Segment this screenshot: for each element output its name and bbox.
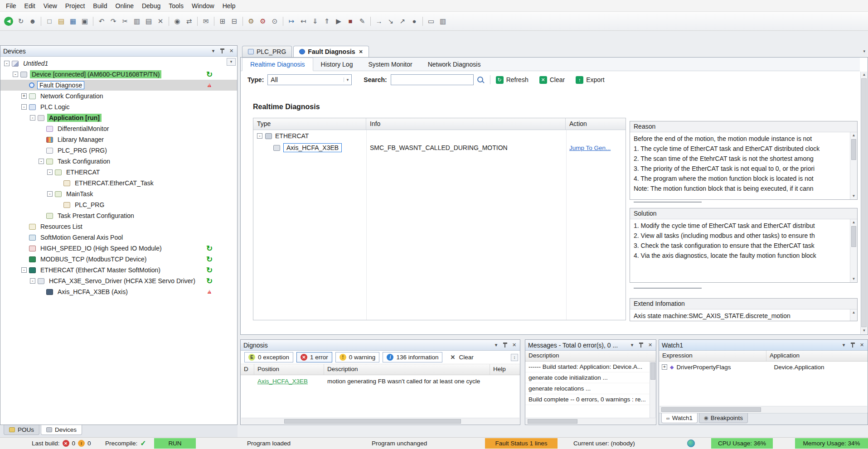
panel-dropdown-icon[interactable]: ▾ — [493, 342, 499, 348]
tab-devices[interactable]: Devices — [41, 425, 82, 435]
delete-icon[interactable]: ✕ — [155, 16, 166, 27]
tab-plc-prg[interactable]: PLC_PRG — [242, 46, 292, 57]
toolbar-separator[interactable] — [422, 17, 423, 26]
toolbar-separator[interactable] — [169, 17, 169, 26]
tree-item-hcfa-servo-driver[interactable]: - HCFA_X3E_Servo_Driver (HCFA X3E Servo … — [0, 275, 237, 286]
toolbar-separator[interactable] — [93, 17, 93, 26]
scroll-up-icon[interactable]: ▲ — [850, 219, 857, 226]
login-user-icon[interactable]: ☻ — [27, 16, 38, 27]
tree-item-axis-hcfa-x3eb[interactable]: Axis_HCFA_X3EB (Axis) — [0, 286, 237, 297]
login-plc-icon[interactable]: ↦ — [286, 16, 297, 27]
tree-item-plc-logic[interactable]: - PLC Logic — [0, 101, 237, 112]
menu-item-view[interactable]: View — [39, 1, 61, 11]
menu-item-build[interactable]: Build — [89, 1, 111, 11]
search-icon[interactable] — [477, 76, 485, 84]
toolbar-separator[interactable] — [370, 17, 371, 26]
scroll-thumb[interactable] — [851, 226, 856, 247]
open-file-icon[interactable]: ▤ — [56, 16, 67, 27]
scroll-down-icon[interactable]: ▼ — [850, 193, 857, 199]
filter-exceptions-button[interactable]: 0 exception — [244, 352, 293, 362]
scrollbar[interactable]: ▲ ▼ — [850, 219, 857, 282]
column-header-type[interactable]: Type — [253, 118, 366, 130]
print-icon[interactable]: ▣ — [79, 16, 90, 27]
sync-icon[interactable]: ↻ — [15, 16, 26, 27]
page-scrollbar[interactable]: ▲ ▼ — [860, 72, 867, 334]
table-row-ethercat-group[interactable]: - ETHERCAT — [253, 130, 626, 142]
write-values-icon[interactable]: ✎ — [357, 16, 368, 27]
panel-dropdown-icon[interactable]: ▾ — [841, 342, 847, 348]
subtab-network-diagnosis[interactable]: Network Diagnosis — [420, 58, 489, 71]
panel-splitter[interactable] — [634, 288, 702, 289]
tree-item-library-manager[interactable]: Library Manager — [0, 134, 237, 145]
menu-item-debug[interactable]: Debug — [138, 1, 165, 11]
message-row[interactable]: Build complete -- 0 errors, 0 warnings :… — [525, 394, 650, 405]
type-select[interactable]: All ▾ — [267, 74, 352, 85]
column-header-application[interactable]: Application — [766, 351, 868, 361]
column-header-description[interactable]: Description — [525, 351, 656, 361]
rebuild-icon[interactable]: ⚙ — [257, 16, 268, 27]
toolbar-separator[interactable] — [283, 17, 283, 26]
search-input[interactable] — [391, 74, 474, 85]
horizontal-scrollbar[interactable] — [526, 418, 655, 424]
column-header-description[interactable]: Description — [324, 364, 490, 375]
tree-item-maintask-plc-prg[interactable]: PLC_PRG — [0, 199, 237, 210]
subtab-history-log[interactable]: History Log — [313, 58, 361, 71]
column-header-expression[interactable]: Expression — [659, 351, 766, 361]
expander-icon[interactable]: + — [662, 364, 667, 370]
scrollbar[interactable]: ▲ ▼ — [850, 132, 857, 199]
export-button[interactable]: Export — [576, 76, 604, 84]
tab-fault-diagnosis[interactable]: Fault Diagnosis ✕ — [293, 46, 369, 57]
save-icon[interactable]: ▦ — [68, 16, 78, 27]
diagnosis-row[interactable]: Axis_HCFA_X3EB motion generating FB wasn… — [241, 375, 520, 387]
new-file-icon[interactable]: □ — [44, 16, 55, 27]
tree-item-resources-list[interactable]: Resources List — [0, 221, 237, 232]
expander-icon[interactable]: - — [4, 61, 10, 66]
download-icon[interactable]: ⇓ — [310, 16, 320, 27]
delete-row-icon[interactable]: ⊟ — [229, 16, 240, 27]
collapse-icon[interactable]: - — [257, 133, 262, 139]
tree-item-application-run[interactable]: - Application [run] — [0, 112, 237, 123]
scroll-up-icon[interactable]: ▲ — [850, 309, 857, 316]
column-header-action[interactable]: Action — [566, 118, 626, 130]
column-header-help[interactable]: Help — [490, 364, 520, 375]
clear-button[interactable]: Clear — [539, 76, 565, 84]
vertical-scrollbar[interactable] — [650, 362, 656, 418]
upload-icon[interactable]: ⇑ — [321, 16, 332, 27]
fault-status-badge[interactable]: Fault Status 1 lines — [485, 438, 558, 449]
expander-icon[interactable]: - — [30, 115, 35, 121]
panel-resize-icon[interactable]: ↕ — [511, 354, 518, 361]
expander-icon[interactable]: - — [21, 267, 27, 273]
close-panel-icon[interactable]: ✕ — [228, 48, 234, 54]
find-icon[interactable]: ◉ — [172, 16, 183, 27]
breakpoint-icon[interactable]: ● — [409, 16, 420, 27]
scroll-down-icon[interactable]: ▼ — [861, 328, 868, 334]
tree-view-dropdown-icon[interactable]: ▾ — [227, 58, 236, 66]
tab-breakpoints[interactable]: Breakpoints — [699, 413, 748, 423]
toolbar-separator[interactable] — [214, 17, 214, 26]
subtab-realtime-diagnosis[interactable]: Realtime Diagnosis — [242, 58, 313, 71]
menu-item-online[interactable]: Online — [112, 1, 138, 11]
start-icon[interactable]: ▶ — [333, 16, 344, 27]
expander-icon[interactable]: + — [21, 93, 27, 99]
tree-item-device-am600[interactable]: - Device [connected] (AM600-CPU1608TP/TN… — [0, 69, 237, 80]
horizontal-scrollbar[interactable] — [241, 418, 519, 424]
scroll-down-icon[interactable]: ▼ — [850, 276, 857, 282]
tab-list-dropdown-icon[interactable]: ▾ — [863, 49, 865, 53]
close-panel-icon[interactable]: ✕ — [647, 342, 653, 348]
scrollbar[interactable]: ▲ — [850, 309, 857, 321]
step-into-icon[interactable]: ↘ — [385, 16, 396, 27]
column-header-info[interactable]: Info — [366, 118, 566, 130]
replace-icon[interactable]: ⇄ — [184, 16, 194, 27]
axis-position-link[interactable]: Axis_HCFA_X3EB — [257, 378, 308, 385]
scroll-thumb[interactable] — [650, 362, 655, 380]
paste-icon[interactable]: ▤ — [143, 16, 154, 27]
pin-icon[interactable] — [503, 343, 507, 348]
table-row-axis-fault[interactable]: Axis_HCFA_X3EB SMC_FB_WASNT_CALLED_DURIN… — [253, 142, 626, 154]
undo-icon[interactable]: ↶ — [96, 16, 107, 27]
subtab-system-monitor[interactable]: System Monitor — [360, 58, 420, 71]
menu-item-project[interactable]: Project — [61, 1, 89, 11]
toolbar-separator[interactable] — [41, 17, 41, 26]
copy-icon[interactable]: ▥ — [131, 16, 142, 27]
filter-information-button[interactable]: 136 information — [383, 352, 442, 362]
menu-item-edit[interactable]: Edit — [20, 1, 39, 11]
